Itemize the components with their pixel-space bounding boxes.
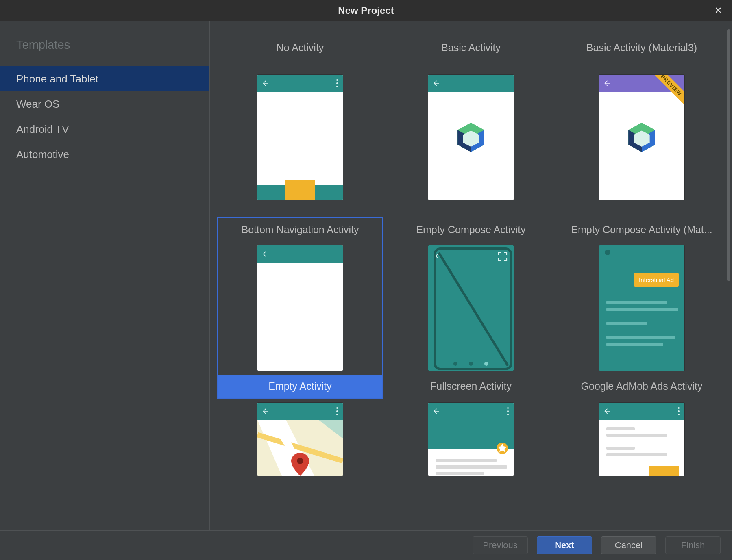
overflow-menu-icon bbox=[336, 79, 338, 87]
finish-button[interactable]: Finish bbox=[665, 536, 721, 554]
text-line bbox=[606, 447, 635, 450]
form-body bbox=[599, 420, 684, 476]
button-label: Finish bbox=[681, 540, 705, 551]
text-line bbox=[436, 465, 507, 469]
sidebar: Templates Phone and Tablet Wear OS Andro… bbox=[0, 21, 210, 530]
preview-bottom-bar bbox=[257, 185, 343, 200]
new-project-dialog: New Project ✕ Templates Phone and Tablet… bbox=[0, 0, 732, 560]
map-body bbox=[257, 420, 343, 476]
template-fullscreen-activity[interactable]: Empty Compose Activity bbox=[388, 217, 554, 399]
sidebar-item-phone-and-tablet[interactable]: Phone and Tablet bbox=[0, 66, 209, 91]
close-button[interactable]: ✕ bbox=[712, 4, 725, 17]
gallery-grid: No Activity bbox=[210, 21, 732, 530]
template-login-activity[interactable] bbox=[558, 401, 725, 482]
overflow-menu-icon bbox=[678, 407, 680, 415]
back-arrow-icon bbox=[261, 250, 270, 258]
text-line bbox=[606, 453, 667, 456]
phone-preview: Interstitial Ad bbox=[599, 245, 684, 371]
overflow-menu-icon bbox=[336, 407, 338, 415]
preview-appbar bbox=[428, 75, 514, 92]
template-label-above: Empty Compose Activity (Mat... bbox=[560, 218, 724, 241]
template-empty-activity[interactable]: Bottom Navigation Activity Empty Activit… bbox=[217, 217, 383, 399]
text-line bbox=[606, 308, 678, 311]
next-button[interactable]: Next bbox=[537, 536, 592, 554]
template-thumb bbox=[389, 241, 553, 375]
interstitial-ad-button: Interstitial Ad bbox=[634, 273, 679, 287]
sidebar-item-label: Android TV bbox=[16, 123, 69, 136]
sidebar-header: Templates bbox=[0, 38, 209, 66]
template-label-above: Empty Compose Activity bbox=[389, 218, 553, 241]
template-gallery: No Activity bbox=[210, 21, 732, 530]
preview-appbar bbox=[257, 403, 343, 420]
template-label: Basic Activity bbox=[389, 35, 553, 61]
template-google-maps-activity[interactable] bbox=[217, 401, 383, 482]
template-google-admob-ads-activity[interactable]: Empty Compose Activity (Mat... Interstit… bbox=[558, 217, 725, 399]
sidebar-item-automotive[interactable]: Automotive bbox=[0, 142, 209, 167]
template-thumb: PREVIEW bbox=[560, 61, 724, 214]
template-label: Google AdMob Ads Activity bbox=[560, 375, 724, 398]
template-thumb bbox=[389, 402, 553, 481]
phone-preview bbox=[257, 403, 343, 476]
template-label: Fullscreen Activity bbox=[389, 375, 553, 398]
sidebar-item-android-tv[interactable]: Android TV bbox=[0, 117, 209, 142]
text-line bbox=[436, 472, 484, 475]
sidebar-item-label: Wear OS bbox=[16, 98, 59, 111]
template-no-activity[interactable]: No Activity bbox=[217, 33, 383, 215]
pager-dots bbox=[428, 362, 514, 366]
phone-preview: PREVIEW bbox=[599, 75, 684, 200]
template-thumb bbox=[218, 61, 382, 214]
button-label: Cancel bbox=[615, 540, 643, 551]
dialog-body: Templates Phone and Tablet Wear OS Andro… bbox=[0, 21, 732, 530]
template-thumb bbox=[218, 241, 382, 375]
template-label-above: Bottom Navigation Activity bbox=[218, 218, 382, 241]
back-arrow-icon bbox=[261, 79, 270, 87]
template-thumb bbox=[560, 402, 724, 481]
cancel-button[interactable]: Cancel bbox=[601, 536, 656, 554]
back-arrow-icon bbox=[432, 407, 440, 415]
text-line bbox=[606, 343, 663, 346]
text-line bbox=[606, 336, 675, 339]
phone-preview bbox=[257, 245, 343, 371]
template-thumb bbox=[218, 402, 382, 481]
text-line bbox=[436, 459, 497, 462]
jetpack-logo-icon bbox=[454, 121, 488, 154]
sidebar-item-wear-os[interactable]: Wear OS bbox=[0, 91, 209, 117]
svg-line-10 bbox=[439, 253, 508, 366]
button-label: Previous bbox=[483, 540, 518, 551]
preview-appbar bbox=[257, 75, 343, 92]
back-arrow-icon bbox=[603, 79, 611, 87]
text-line bbox=[606, 322, 647, 325]
back-arrow-icon bbox=[261, 407, 270, 415]
submit-button bbox=[649, 466, 679, 476]
text-line bbox=[606, 427, 635, 430]
dialog-footer: Previous Next Cancel Finish bbox=[0, 530, 732, 560]
text-line bbox=[606, 434, 667, 437]
svg-point-17 bbox=[297, 458, 303, 464]
phone-preview bbox=[428, 245, 514, 371]
sidebar-item-label: Automotive bbox=[16, 148, 69, 161]
template-label: Basic Activity (Material3) bbox=[560, 35, 724, 61]
phone-outline-icon bbox=[428, 245, 514, 371]
star-fab-icon bbox=[497, 443, 508, 454]
preview-status bbox=[599, 245, 684, 256]
back-arrow-icon bbox=[432, 79, 440, 87]
sidebar-item-label: Phone and Tablet bbox=[16, 73, 98, 85]
list-body bbox=[428, 420, 514, 476]
preview-appbar bbox=[428, 403, 514, 420]
preview-appbar bbox=[257, 245, 343, 263]
template-scrolling-activity[interactable] bbox=[388, 401, 554, 482]
previous-button[interactable]: Previous bbox=[473, 536, 528, 554]
back-arrow-icon bbox=[603, 407, 611, 415]
window-title: New Project bbox=[338, 5, 394, 16]
phone-preview bbox=[428, 75, 514, 200]
phone-preview bbox=[599, 403, 684, 476]
text-line bbox=[606, 301, 667, 304]
jetpack-logo-icon bbox=[625, 121, 658, 154]
template-basic-activity[interactable]: Basic Activity bbox=[388, 33, 554, 215]
phone-preview bbox=[257, 75, 343, 200]
template-basic-activity-material3[interactable]: Basic Activity (Material3) PREVIEW bbox=[558, 33, 725, 215]
phone-preview bbox=[428, 403, 514, 476]
template-label: Empty Activity bbox=[218, 375, 382, 398]
template-thumb bbox=[389, 61, 553, 214]
preview-appbar bbox=[599, 403, 684, 420]
